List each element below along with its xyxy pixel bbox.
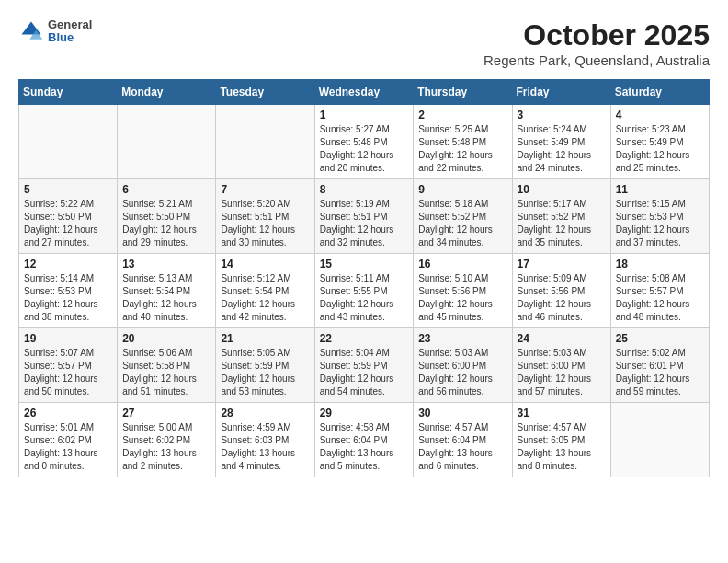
calendar-cell: 18Sunrise: 5:08 AM Sunset: 5:57 PM Dayli… <box>610 254 709 328</box>
day-number: 19 <box>24 332 112 345</box>
day-number: 7 <box>221 183 309 196</box>
day-info: Sunrise: 5:27 AM Sunset: 5:48 PM Dayligh… <box>320 123 409 175</box>
calendar-cell: 27Sunrise: 5:00 AM Sunset: 6:02 PM Dayli… <box>118 403 216 477</box>
logo-icon <box>18 18 44 44</box>
day-info: Sunrise: 5:04 AM Sunset: 5:59 PM Dayligh… <box>320 347 409 398</box>
calendar-header-monday: Monday <box>118 80 216 105</box>
day-number: 9 <box>418 183 506 196</box>
day-number: 26 <box>24 407 112 419</box>
day-info: Sunrise: 4:57 AM Sunset: 6:05 PM Dayligh… <box>518 421 606 473</box>
day-number: 11 <box>616 183 704 196</box>
day-number: 23 <box>418 332 506 345</box>
day-number: 2 <box>418 109 506 121</box>
calendar-cell: 25Sunrise: 5:02 AM Sunset: 6:01 PM Dayli… <box>610 328 709 403</box>
page-header: General Blue October 2025 Regents Park, … <box>18 18 710 68</box>
calendar-week-4: 19Sunrise: 5:07 AM Sunset: 5:57 PM Dayli… <box>19 328 710 403</box>
calendar-cell: 15Sunrise: 5:11 AM Sunset: 5:55 PM Dayli… <box>314 254 414 328</box>
day-info: Sunrise: 5:19 AM Sunset: 5:51 PM Dayligh… <box>320 198 409 249</box>
day-info: Sunrise: 5:15 AM Sunset: 5:53 PM Dayligh… <box>616 198 704 249</box>
logo-general-text: General <box>48 18 92 31</box>
calendar-header-saturday: Saturday <box>610 80 709 105</box>
calendar-cell: 26Sunrise: 5:01 AM Sunset: 6:02 PM Dayli… <box>19 403 118 477</box>
calendar-cell: 4Sunrise: 5:23 AM Sunset: 5:49 PM Daylig… <box>610 105 709 179</box>
day-number: 6 <box>122 183 210 196</box>
day-number: 5 <box>24 183 112 196</box>
day-info: Sunrise: 5:22 AM Sunset: 5:50 PM Dayligh… <box>24 198 112 249</box>
day-number: 20 <box>122 332 210 345</box>
day-info: Sunrise: 5:11 AM Sunset: 5:55 PM Dayligh… <box>320 272 409 324</box>
day-info: Sunrise: 5:08 AM Sunset: 5:57 PM Dayligh… <box>616 272 704 324</box>
calendar-cell: 19Sunrise: 5:07 AM Sunset: 5:57 PM Dayli… <box>19 328 118 403</box>
day-info: Sunrise: 5:14 AM Sunset: 5:53 PM Dayligh… <box>24 272 112 324</box>
day-number: 3 <box>518 109 606 121</box>
calendar-cell: 8Sunrise: 5:19 AM Sunset: 5:51 PM Daylig… <box>314 179 414 254</box>
day-number: 13 <box>122 258 210 270</box>
logo-text: General Blue <box>48 18 92 45</box>
day-number: 30 <box>418 407 506 419</box>
calendar-title: October 2025 <box>483 18 710 52</box>
day-number: 10 <box>518 183 606 196</box>
calendar-cell: 6Sunrise: 5:21 AM Sunset: 5:50 PM Daylig… <box>118 179 216 254</box>
calendar-header-row: SundayMondayTuesdayWednesdayThursdayFrid… <box>19 80 710 105</box>
calendar-cell: 16Sunrise: 5:10 AM Sunset: 5:56 PM Dayli… <box>414 254 512 328</box>
day-number: 15 <box>320 258 409 270</box>
day-info: Sunrise: 5:21 AM Sunset: 5:50 PM Dayligh… <box>122 198 210 249</box>
calendar-cell <box>19 105 118 179</box>
day-info: Sunrise: 5:03 AM Sunset: 6:00 PM Dayligh… <box>418 347 506 398</box>
day-number: 22 <box>320 332 409 345</box>
day-info: Sunrise: 5:06 AM Sunset: 5:58 PM Dayligh… <box>122 347 210 398</box>
day-number: 4 <box>616 109 704 121</box>
calendar-cell: 23Sunrise: 5:03 AM Sunset: 6:00 PM Dayli… <box>414 328 512 403</box>
calendar-cell <box>216 105 314 179</box>
day-number: 1 <box>320 109 409 121</box>
calendar-header-wednesday: Wednesday <box>314 80 414 105</box>
day-info: Sunrise: 5:12 AM Sunset: 5:54 PM Dayligh… <box>221 272 309 324</box>
day-info: Sunrise: 5:03 AM Sunset: 6:00 PM Dayligh… <box>518 347 606 398</box>
calendar-cell: 2Sunrise: 5:25 AM Sunset: 5:48 PM Daylig… <box>414 105 512 179</box>
day-number: 27 <box>122 407 210 419</box>
day-number: 24 <box>518 332 606 345</box>
day-info: Sunrise: 5:17 AM Sunset: 5:52 PM Dayligh… <box>518 198 606 249</box>
calendar-cell: 10Sunrise: 5:17 AM Sunset: 5:52 PM Dayli… <box>512 179 610 254</box>
day-info: Sunrise: 5:25 AM Sunset: 5:48 PM Dayligh… <box>418 123 506 175</box>
day-info: Sunrise: 5:01 AM Sunset: 6:02 PM Dayligh… <box>24 421 112 473</box>
calendar-header-sunday: Sunday <box>19 80 118 105</box>
calendar-subtitle: Regents Park, Queensland, Australia <box>483 52 710 68</box>
calendar-cell <box>118 105 216 179</box>
calendar-cell: 13Sunrise: 5:13 AM Sunset: 5:54 PM Dayli… <box>118 254 216 328</box>
day-info: Sunrise: 5:09 AM Sunset: 5:56 PM Dayligh… <box>518 272 606 324</box>
day-number: 18 <box>616 258 704 270</box>
calendar-cell <box>610 403 709 477</box>
day-info: Sunrise: 5:18 AM Sunset: 5:52 PM Dayligh… <box>418 198 506 249</box>
calendar-week-3: 12Sunrise: 5:14 AM Sunset: 5:53 PM Dayli… <box>19 254 710 328</box>
day-number: 31 <box>518 407 606 419</box>
day-number: 8 <box>320 183 409 196</box>
calendar-cell: 31Sunrise: 4:57 AM Sunset: 6:05 PM Dayli… <box>512 403 610 477</box>
day-number: 21 <box>221 332 309 345</box>
calendar-cell: 5Sunrise: 5:22 AM Sunset: 5:50 PM Daylig… <box>19 179 118 254</box>
logo-blue-text: Blue <box>48 31 92 44</box>
day-number: 29 <box>320 407 409 419</box>
calendar-cell: 30Sunrise: 4:57 AM Sunset: 6:04 PM Dayli… <box>414 403 512 477</box>
day-info: Sunrise: 5:07 AM Sunset: 5:57 PM Dayligh… <box>24 347 112 398</box>
day-number: 16 <box>418 258 506 270</box>
day-info: Sunrise: 4:58 AM Sunset: 6:04 PM Dayligh… <box>320 421 409 473</box>
calendar-cell: 24Sunrise: 5:03 AM Sunset: 6:00 PM Dayli… <box>512 328 610 403</box>
calendar-cell: 22Sunrise: 5:04 AM Sunset: 5:59 PM Dayli… <box>314 328 414 403</box>
logo: General Blue <box>18 18 92 45</box>
day-number: 17 <box>518 258 606 270</box>
calendar-week-2: 5Sunrise: 5:22 AM Sunset: 5:50 PM Daylig… <box>19 179 710 254</box>
calendar-cell: 14Sunrise: 5:12 AM Sunset: 5:54 PM Dayli… <box>216 254 314 328</box>
day-info: Sunrise: 5:00 AM Sunset: 6:02 PM Dayligh… <box>122 421 210 473</box>
calendar-cell: 3Sunrise: 5:24 AM Sunset: 5:49 PM Daylig… <box>512 105 610 179</box>
day-info: Sunrise: 4:59 AM Sunset: 6:03 PM Dayligh… <box>221 421 309 473</box>
calendar-cell: 29Sunrise: 4:58 AM Sunset: 6:04 PM Dayli… <box>314 403 414 477</box>
calendar-week-1: 1Sunrise: 5:27 AM Sunset: 5:48 PM Daylig… <box>19 105 710 179</box>
calendar-cell: 7Sunrise: 5:20 AM Sunset: 5:51 PM Daylig… <box>216 179 314 254</box>
calendar-week-5: 26Sunrise: 5:01 AM Sunset: 6:02 PM Dayli… <box>19 403 710 477</box>
calendar-cell: 20Sunrise: 5:06 AM Sunset: 5:58 PM Dayli… <box>118 328 216 403</box>
day-info: Sunrise: 5:24 AM Sunset: 5:49 PM Dayligh… <box>518 123 606 175</box>
day-info: Sunrise: 4:57 AM Sunset: 6:04 PM Dayligh… <box>418 421 506 473</box>
day-number: 12 <box>24 258 112 270</box>
day-info: Sunrise: 5:02 AM Sunset: 6:01 PM Dayligh… <box>616 347 704 398</box>
